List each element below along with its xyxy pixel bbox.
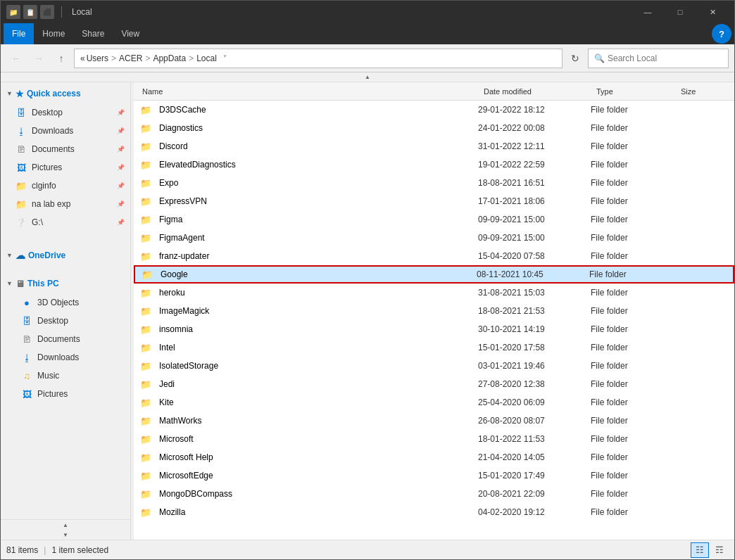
pin-icon-clginfo: 📌 (117, 182, 125, 189)
file-type: File folder (591, 105, 675, 115)
file-date: 19-01-2022 22:59 (478, 160, 591, 170)
breadcrumb-local[interactable]: Local (196, 53, 217, 63)
col-header-type[interactable]: Type (591, 82, 675, 101)
file-name: Jedi (156, 379, 478, 389)
menu-share[interactable]: Share (73, 23, 113, 44)
titlebar-separator (61, 6, 62, 18)
file-type: File folder (591, 416, 675, 426)
sidebar-item-gdrive[interactable]: ❔ G:\ 📌 (1, 213, 130, 231)
forward-button[interactable]: → (29, 49, 49, 68)
breadcrumb-dropdown[interactable]: ˅ (218, 49, 232, 68)
quick-access-header[interactable]: ▼ ★ Quick access (1, 84, 130, 103)
folder-icon: 📁 (139, 213, 152, 226)
file-type: File folder (591, 324, 675, 334)
table-row[interactable]: 📁D3DSCache29-01-2022 18:12File folder (134, 101, 734, 119)
col-header-size[interactable]: Size (675, 82, 731, 101)
minimize-button[interactable]: — (632, 1, 664, 23)
menu-home[interactable]: Home (34, 23, 73, 44)
scroll-up-arrow[interactable]: ▲ (1, 72, 734, 82)
table-row[interactable]: 📁Figma09-09-2021 15:00File folder (134, 210, 734, 229)
table-row[interactable]: 📁Expo18-08-2021 16:51File folder (134, 174, 734, 192)
3dobjects-icon: ● (20, 296, 33, 309)
table-row[interactable]: 📁ExpressVPN17-01-2021 18:06File folder (134, 192, 734, 210)
onedrive-section: ▼ ☁ OneDrive (1, 244, 130, 267)
table-row[interactable]: 📁Diagnostics24-01-2022 00:08File folder (134, 119, 734, 137)
sidebar-item-3dobjects[interactable]: ● 3D Objects (1, 293, 130, 312)
sidebar-scroll-controls: ▲ ▼ (1, 519, 130, 540)
sidebar-item-pictures-quick[interactable]: 🖼 Pictures 📌 (1, 158, 130, 177)
table-row[interactable]: 📁IsolatedStorage03-01-2021 19:46File fol… (134, 357, 734, 375)
onedrive-icon: ☁ (15, 250, 25, 261)
table-row[interactable]: 📁Discord31-01-2022 12:11File folder (134, 137, 734, 155)
large-icons-view-button[interactable]: ☶ (710, 542, 729, 558)
folder-icon: 📁 (139, 414, 152, 427)
sidebar-scroll-up-btn[interactable]: ▲ (1, 520, 130, 530)
sidebar-item-desktop-thispc-label: Desktop (37, 316, 68, 326)
table-row[interactable]: 📁franz-updater15-04-2020 07:58File folde… (134, 247, 734, 265)
breadcrumb-part-0: « (80, 53, 85, 63)
table-row[interactable]: 📁Microsoft18-01-2022 11:53File folder (134, 430, 734, 448)
file-type: File folder (591, 507, 675, 517)
table-row[interactable]: 📁insomnia30-10-2021 14:19File folder (134, 320, 734, 338)
table-row[interactable]: 📁ElevatedDiagnostics19-01-2022 22:59File… (134, 155, 734, 174)
table-row[interactable]: 📁MongoDBCompass20-08-2021 22:09File fold… (134, 485, 734, 503)
search-input[interactable] (608, 53, 722, 63)
breadcrumb[interactable]: « Users > ACER > AppData > Local ˅ (74, 49, 563, 68)
sidebar-item-clginfo[interactable]: 📁 clginfo 📌 (1, 177, 130, 195)
table-row[interactable]: 📁Jedi27-08-2020 12:38File folder (134, 375, 734, 393)
table-row[interactable]: 📁Microsoft Help21-04-2020 14:05File fold… (134, 448, 734, 466)
file-type: File folder (591, 123, 675, 133)
table-row[interactable]: 📁FigmaAgent09-09-2021 15:00File folder (134, 229, 734, 247)
file-date: 17-01-2021 18:06 (478, 196, 591, 206)
table-row[interactable]: 📁MathWorks26-08-2020 08:07File folder (134, 412, 734, 430)
onedrive-chevron: ▼ (6, 252, 13, 259)
sidebar-scroll-down-btn[interactable]: ▼ (1, 530, 130, 540)
selected-info: 1 item selected (51, 545, 108, 555)
table-row[interactable]: 📁ImageMagick18-08-2021 21:53File folder (134, 302, 734, 320)
file-name: Mozilla (156, 507, 478, 517)
back-button[interactable]: ← (6, 49, 26, 68)
sidebar-item-downloads-thispc[interactable]: ⭳ Downloads (1, 348, 130, 367)
table-row[interactable]: 📁MicrosoftEdge15-01-2020 17:49File folde… (134, 466, 734, 485)
file-name: franz-updater (156, 251, 478, 261)
table-row[interactable]: 📁Google08-11-2021 10:45File folder (134, 265, 734, 284)
refresh-button[interactable]: ↻ (565, 49, 585, 68)
table-row[interactable]: 📁Kite25-04-2020 06:09File folder (134, 393, 734, 412)
sidebar-item-nalabexp[interactable]: 📁 na lab exp 📌 (1, 195, 130, 213)
breadcrumb-acer[interactable]: ACER (119, 53, 142, 63)
table-row[interactable]: 📁Mozilla04-02-2020 19:12File folder (134, 503, 734, 521)
breadcrumb-users[interactable]: Users (87, 53, 108, 63)
file-name: Google (158, 269, 477, 279)
sidebar-item-desktop-thispc[interactable]: 🗄 Desktop (1, 312, 130, 330)
col-header-name[interactable]: Name (137, 82, 478, 101)
sidebar-item-music[interactable]: ♫ Music (1, 367, 130, 385)
file-type: File folder (591, 434, 675, 444)
thispc-header[interactable]: ▼ 🖥 This PC (1, 274, 130, 293)
sidebar-item-downloads-quick-label: Downloads (32, 126, 73, 136)
onedrive-header[interactable]: ▼ ☁ OneDrive (1, 246, 130, 265)
table-row[interactable]: 📁heroku31-08-2021 15:03File folder (134, 284, 734, 302)
sidebar-item-documents-quick[interactable]: 🖹 Documents 📌 (1, 140, 130, 158)
details-view-button[interactable]: ☷ (691, 542, 709, 558)
up-button[interactable]: ↑ (51, 49, 71, 68)
pin-icon-desktop: 📌 (117, 109, 125, 116)
breadcrumb-appdata[interactable]: AppData (153, 53, 186, 63)
sidebar-item-pictures-thispc[interactable]: 🖼 Pictures (1, 385, 130, 403)
downloads-thispc-icon: ⭳ (20, 351, 33, 364)
col-header-date[interactable]: Date modified (478, 82, 591, 101)
maximize-button[interactable]: □ (664, 1, 696, 23)
table-row[interactable]: 📁Intel15-01-2020 17:58File folder (134, 338, 734, 357)
desktop-folder-icon: 🗄 (15, 106, 27, 119)
folder-icon: 📁 (139, 103, 152, 116)
pin-icon-nalabexp: 📌 (117, 201, 125, 208)
menu-view[interactable]: View (113, 23, 148, 44)
menu-file[interactable]: File (4, 23, 34, 44)
close-button[interactable]: ✕ (696, 1, 729, 23)
items-count: 81 items (6, 545, 38, 555)
help-button[interactable]: ? (712, 24, 731, 44)
file-name: FigmaAgent (156, 233, 478, 243)
sidebar-item-desktop-quick[interactable]: 🗄 Desktop 📌 (1, 103, 130, 122)
sidebar-item-documents-thispc[interactable]: 🖹 Documents (1, 330, 130, 348)
sidebar-item-downloads-quick[interactable]: ⭳ Downloads 📌 (1, 122, 130, 140)
pictures-thispc-icon: 🖼 (20, 388, 33, 400)
